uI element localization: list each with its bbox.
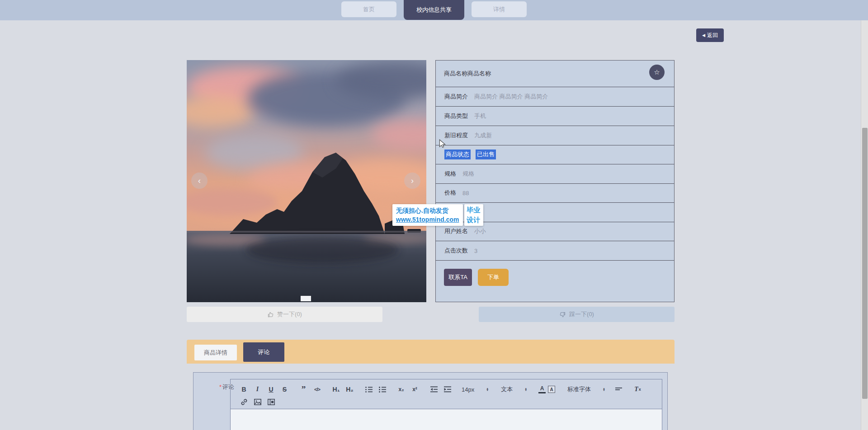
font-family-value: 标准字体 bbox=[567, 385, 591, 393]
info-label-selected: 商品状态 bbox=[444, 150, 471, 159]
product-photo bbox=[187, 60, 426, 302]
updown-arrows-icon: ▲▼ bbox=[524, 388, 527, 392]
strikethrough-icon[interactable]: S bbox=[279, 384, 290, 395]
font-size-select[interactable]: 14px ▲▼ bbox=[462, 386, 489, 393]
dislike-label: 踩一下(0) bbox=[569, 310, 594, 318]
info-label: 商品类型 bbox=[444, 112, 468, 120]
contact-seller-button[interactable]: 联系TA bbox=[444, 269, 472, 286]
superscript-icon[interactable]: x² bbox=[409, 384, 420, 395]
info-label: 规格 bbox=[444, 170, 456, 178]
info-value: 88 bbox=[462, 190, 469, 196]
text-color-icon[interactable]: A bbox=[538, 385, 546, 393]
image-icon[interactable] bbox=[252, 397, 263, 407]
like-button[interactable]: 赞一下(0) bbox=[187, 307, 382, 322]
info-row-spec: 规格 规格 bbox=[436, 164, 674, 184]
info-label: 商品简介 bbox=[444, 93, 468, 101]
format-value: 文本 bbox=[501, 385, 513, 393]
tab-comments[interactable]: 评论 bbox=[243, 342, 284, 362]
info-row-price: 价格 88 bbox=[436, 183, 674, 203]
status-badge: 已出售 bbox=[476, 150, 496, 159]
comment-text-area[interactable] bbox=[231, 409, 662, 430]
info-label: 价格 bbox=[444, 189, 456, 197]
comment-field-label: *评论 bbox=[201, 383, 234, 391]
font-family-select[interactable]: 标准字体 ▲▼ bbox=[567, 385, 605, 393]
info-value: 规格 bbox=[462, 170, 474, 178]
scrollbar-thumb[interactable] bbox=[862, 128, 868, 399]
info-row-status: 商品状态 已出售 bbox=[436, 145, 674, 164]
format-select[interactable]: 文本 ▲▼ bbox=[501, 385, 527, 393]
header-2-icon[interactable]: H₂ bbox=[344, 384, 355, 395]
scrollbar-track[interactable] bbox=[861, 20, 868, 430]
comment-form-panel: *评论 B I U S ” </> H₁ H₂ bbox=[193, 372, 668, 430]
clear-format-icon[interactable]: Tx bbox=[632, 384, 643, 395]
link-icon[interactable] bbox=[238, 397, 250, 407]
favorite-star-icon[interactable]: ☆ bbox=[649, 65, 665, 80]
info-label: 用户姓名 bbox=[444, 227, 468, 235]
underline-icon[interactable]: U bbox=[265, 384, 277, 395]
italic-icon[interactable]: I bbox=[252, 384, 263, 395]
like-label: 赞一下(0) bbox=[277, 310, 302, 318]
page: 首页 校内信息共享 详情 ◀ 返回 bbox=[0, 0, 868, 430]
place-order-button[interactable]: 下单 bbox=[478, 269, 509, 286]
back-button-label: 返回 bbox=[707, 32, 718, 39]
rich-text-editor: B I U S ” </> H₁ H₂ x₂ x² bbox=[230, 379, 662, 430]
outdent-icon[interactable] bbox=[428, 384, 439, 395]
thumb-up-icon bbox=[267, 311, 274, 318]
watermark-url: www.51topmind.com bbox=[396, 215, 459, 224]
info-value: 3 bbox=[474, 248, 477, 254]
watermark-badge: 毕业 设计 bbox=[464, 204, 483, 226]
product-actions: 联系TA 下单 bbox=[444, 269, 509, 286]
carousel-indicator[interactable] bbox=[301, 296, 311, 301]
font-size-value: 14px bbox=[462, 386, 474, 393]
editor-toolbar: B I U S ” </> H₁ H₂ x₂ x² bbox=[231, 379, 662, 409]
nav-tab-detail[interactable]: 详情 bbox=[472, 1, 527, 17]
watermark: 无须担心.自动发货 www.51topmind.com 毕业 设计 bbox=[392, 204, 483, 226]
info-row-clicks: 点击次数 3 bbox=[436, 241, 674, 261]
nav-tab-home[interactable]: 首页 bbox=[341, 1, 396, 17]
blockquote-icon[interactable]: ” bbox=[298, 384, 309, 395]
info-value: 手机 bbox=[474, 112, 486, 120]
updown-arrows-icon: ▲▼ bbox=[486, 388, 489, 392]
info-row-intro: 商品简介 商品简介 商品简介 商品简介 bbox=[436, 87, 674, 107]
info-row-condition: 新旧程度 九成新 bbox=[436, 126, 674, 145]
nav-tab-campus-info[interactable]: 校内信息共享 bbox=[404, 0, 464, 20]
carousel-prev-icon[interactable]: ‹ bbox=[191, 173, 208, 189]
back-button[interactable]: ◀ 返回 bbox=[696, 28, 724, 42]
info-label: 点击次数 bbox=[444, 247, 468, 255]
product-title: 商品名称商品名称 bbox=[436, 61, 674, 87]
video-icon[interactable] bbox=[265, 397, 277, 407]
info-label: 新旧程度 bbox=[444, 131, 468, 140]
tab-product-detail[interactable]: 商品详情 bbox=[194, 345, 237, 360]
thumb-down-icon bbox=[559, 311, 566, 318]
highlight-color-icon[interactable]: A bbox=[548, 386, 555, 393]
info-row-type: 商品类型 手机 bbox=[436, 107, 674, 126]
bullet-list-icon[interactable] bbox=[377, 384, 388, 395]
align-icon[interactable] bbox=[613, 384, 624, 395]
updown-arrows-icon: ▲▼ bbox=[603, 388, 605, 392]
info-value: 九成新 bbox=[474, 131, 492, 140]
subscript-icon[interactable]: x₂ bbox=[396, 384, 407, 395]
info-value: 小小 bbox=[474, 227, 486, 235]
code-block-icon[interactable]: </> bbox=[311, 384, 323, 395]
info-value: 商品简介 商品简介 商品简介 bbox=[474, 93, 548, 101]
header-1-icon[interactable]: H₁ bbox=[330, 384, 342, 395]
ordered-list-icon[interactable] bbox=[363, 384, 374, 395]
indent-icon[interactable] bbox=[442, 384, 453, 395]
back-arrow-icon: ◀ bbox=[702, 33, 705, 37]
watermark-text: 无须担心.自动发货 www.51topmind.com bbox=[392, 204, 463, 226]
carousel-next-icon[interactable]: › bbox=[404, 173, 420, 189]
detail-tabbar: 商品详情 评论 bbox=[187, 340, 675, 364]
required-mark: * bbox=[219, 383, 222, 390]
bold-icon[interactable]: B bbox=[238, 384, 250, 395]
dislike-button[interactable]: 踩一下(0) bbox=[479, 307, 675, 322]
top-navbar: 首页 校内信息共享 详情 bbox=[0, 0, 868, 20]
product-info-panel: 商品名称商品名称 ☆ 商品简介 商品简介 商品简介 商品简介 商品类型 手机 新… bbox=[435, 60, 675, 302]
product-image-carousel: ‹ › bbox=[187, 60, 426, 302]
